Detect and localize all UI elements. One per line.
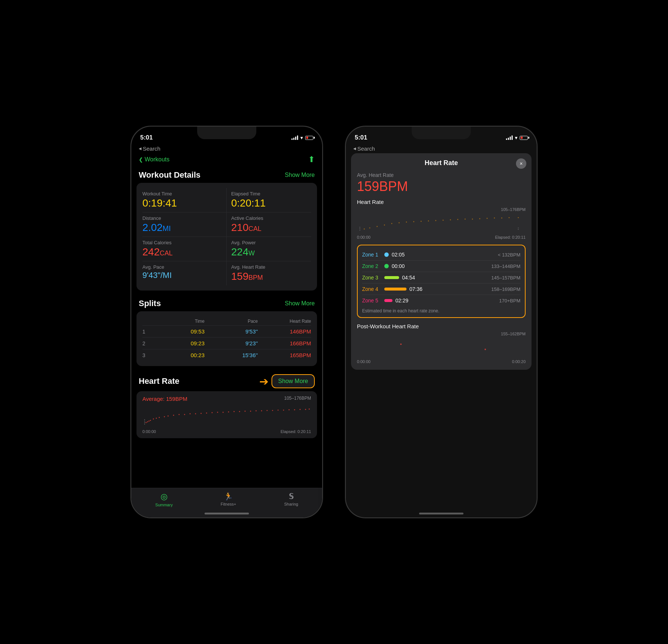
zone-row-1: Zone 1 02:05 < 132BPM: [362, 249, 520, 261]
search-back-label-2[interactable]: ◂ Search: [353, 145, 529, 152]
metric-avg-power: Avg. Power 224W: [227, 237, 311, 261]
svg-point-59: [509, 217, 510, 218]
splits-header-row: Time Pace Heart Rate: [142, 316, 311, 326]
hr-avg-label: Average: 159BPM: [142, 396, 187, 402]
status-icons-2: ▾: [506, 135, 528, 141]
metric-avg-pace: Avg. Pace 9'43"/MI: [142, 261, 227, 285]
svg-point-51: [450, 219, 451, 221]
modal-title: Heart Rate: [357, 159, 526, 167]
zone-2-indicator: [384, 264, 389, 268]
modal-chart-start: 0:00:00: [357, 235, 371, 239]
workouts-back-btn[interactable]: ❮ Workouts: [139, 156, 169, 163]
svg-point-60: [518, 217, 519, 218]
svg-point-25: [261, 410, 262, 412]
svg-point-5: [156, 417, 157, 419]
post-workout-section: Post-Workout Heart Rate 155–162BPM 0:00:…: [357, 323, 526, 364]
back-arrow-icon: ❮: [139, 157, 143, 162]
post-start: 0:00:00: [357, 359, 371, 364]
heart-rate-section-header: Heart Rate ➔ Show More: [131, 370, 322, 391]
svg-point-10: [179, 414, 180, 415]
tab-fitness-plus[interactable]: 🏃 Fitness+: [221, 492, 236, 507]
chart-time-labels: 0:00:00 Elapsed: 0:20:11: [142, 429, 311, 434]
metric-distance: Distance 2.02MI: [142, 212, 227, 237]
svg-point-52: [457, 219, 458, 220]
svg-point-33: [305, 409, 306, 410]
heart-rate-modal: Heart Rate × Avg. Heart Rate 159BPM Hear…: [351, 153, 532, 370]
svg-point-14: [200, 413, 202, 414]
svg-point-29: [283, 410, 284, 411]
sharing-tab-icon: 𝕊: [289, 492, 294, 501]
svg-point-57: [494, 218, 495, 219]
svg-point-11: [184, 414, 185, 415]
svg-point-49: [435, 220, 436, 221]
svg-point-48: [428, 221, 429, 222]
zone-row-2: Zone 2 00:00 133–144BPM: [362, 261, 520, 272]
tab-summary[interactable]: ◎ Summary: [155, 492, 173, 507]
wifi-icon-2: ▾: [515, 135, 517, 141]
svg-point-61: [360, 227, 360, 228]
fitness-tab-icon: 🏃: [224, 492, 233, 501]
svg-point-64: [518, 228, 519, 228]
splits-card: Time Pace Heart Rate 1 09:53 9'53'' 146B…: [136, 311, 317, 366]
search-back-label-1[interactable]: ◂ Search: [139, 145, 315, 152]
phone-1: 5:01 ▾ ◂ Sea: [131, 126, 323, 518]
workout-details-title: Workout Details: [139, 170, 200, 180]
zone-row-3: Zone 3 04:54 145–157BPM: [362, 272, 520, 284]
chart-elapsed: Elapsed: 0:20:11: [280, 429, 311, 434]
svg-point-35: [144, 419, 145, 420]
post-workout-chart-svg: [357, 337, 526, 357]
svg-point-20: [233, 411, 235, 412]
svg-point-66: [400, 343, 402, 345]
home-indicator-2: [419, 513, 463, 514]
svg-point-18: [223, 412, 224, 413]
svg-point-13: [195, 413, 196, 415]
svg-point-26: [267, 410, 268, 411]
svg-point-22: [244, 411, 246, 412]
svg-point-1: [147, 421, 148, 422]
summary-tab-icon: ◎: [161, 492, 168, 502]
heart-rate-show-more-btn[interactable]: Show More: [271, 374, 315, 388]
svg-point-54: [472, 219, 473, 220]
zone-5-indicator: [384, 299, 392, 302]
signal-icon-2: [506, 135, 513, 140]
metric-elapsed-time: Elapsed Time 0:20:11: [227, 188, 311, 212]
search-back-1: ◂ Search: [131, 145, 322, 153]
svg-point-37: [144, 422, 145, 423]
workout-details-show-more[interactable]: Show More: [285, 172, 315, 178]
splits-row-3: 3 00:23 15'36'' 165BPM: [142, 349, 311, 361]
svg-point-39: [364, 228, 365, 229]
workouts-label: Workouts: [145, 156, 169, 163]
svg-point-8: [168, 415, 169, 416]
phone-2: 5:01 ▾ ◂ Sea: [345, 126, 537, 518]
share-button[interactable]: ⬆: [308, 155, 315, 164]
svg-point-63: [360, 230, 360, 231]
svg-point-58: [501, 218, 502, 219]
modal-close-button[interactable]: ×: [516, 158, 526, 169]
svg-point-50: [442, 220, 443, 221]
svg-point-65: [518, 229, 519, 230]
avg-hr-label: Avg. Heart Rate: [357, 172, 526, 178]
svg-point-17: [217, 412, 218, 413]
sharing-tab-label: Sharing: [284, 502, 298, 506]
svg-point-47: [421, 221, 422, 222]
post-end: 0:00:20: [512, 359, 526, 364]
zone-4-indicator: [384, 288, 406, 291]
splits-table: Time Pace Heart Rate 1 09:53 9'53'' 146B…: [142, 316, 311, 361]
modal-chart-range: 105–176BPM: [501, 207, 526, 212]
status-icons-1: ▾: [291, 135, 313, 141]
tab-sharing[interactable]: 𝕊 Sharing: [284, 492, 298, 507]
svg-point-38: [144, 424, 145, 425]
svg-point-24: [256, 410, 257, 412]
svg-point-41: [377, 226, 378, 227]
wifi-icon: ▾: [300, 135, 303, 141]
time-2: 5:01: [355, 134, 367, 141]
svg-point-56: [486, 218, 487, 219]
splits-show-more[interactable]: Show More: [285, 300, 315, 307]
nav-bar-1: ❮ Workouts ⬆: [131, 153, 322, 167]
zone-1-indicator: [384, 252, 389, 257]
close-icon: ×: [520, 161, 523, 167]
svg-point-46: [413, 221, 414, 222]
zone-row-5: Zone 5 02:29 170+BPM: [362, 295, 520, 306]
metrics-grid: Workout Time 0:19:41 Elapsed Time 0:20:1…: [142, 188, 311, 285]
svg-point-34: [309, 409, 310, 410]
